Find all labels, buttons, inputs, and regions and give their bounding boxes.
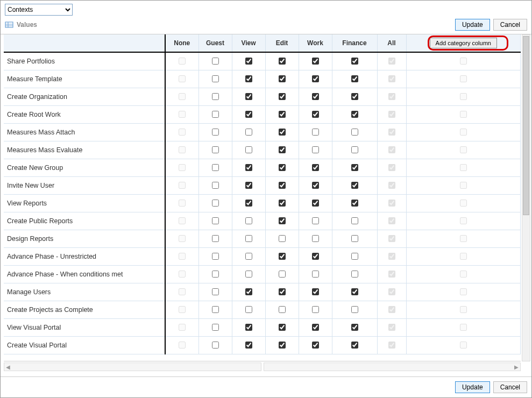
checkbox-guest[interactable] [212,75,219,82]
checkbox-view[interactable] [245,217,252,224]
checkbox-view[interactable] [245,288,252,295]
checkbox-finance[interactable] [351,306,358,313]
checkbox-view[interactable] [245,253,252,260]
checkbox-work[interactable] [312,324,319,331]
checkbox-view[interactable] [245,182,252,189]
cancel-button-bottom[interactable]: Cancel [493,381,527,393]
checkbox-view[interactable] [245,306,252,313]
checkbox-work[interactable] [312,146,319,153]
checkbox-guest[interactable] [212,200,219,207]
checkbox-edit[interactable] [279,58,286,65]
checkbox-view[interactable] [245,271,252,278]
checkbox-finance[interactable] [351,200,358,207]
vertical-scrollbar[interactable] [522,34,530,361]
checkbox-edit[interactable] [279,324,286,331]
checkbox-guest[interactable] [212,271,219,278]
checkbox-view[interactable] [245,342,252,349]
checkbox-edit[interactable] [279,164,286,171]
checkbox-work[interactable] [312,342,319,349]
checkbox-finance[interactable] [351,146,358,153]
checkbox-work[interactable] [312,58,319,65]
checkbox-finance[interactable] [351,288,358,295]
checkbox-guest[interactable] [212,164,219,171]
update-button-top[interactable]: Update [455,19,490,31]
cell-all [377,212,406,230]
checkbox-work[interactable] [312,253,319,260]
checkbox-edit[interactable] [279,271,286,278]
checkbox-view[interactable] [245,111,252,118]
checkbox-edit[interactable] [279,235,286,242]
checkbox-finance[interactable] [351,324,358,331]
checkbox-guest[interactable] [212,129,219,136]
checkbox-work[interactable] [312,93,319,100]
checkbox-view[interactable] [245,200,252,207]
cell-work [299,194,332,212]
checkbox-work[interactable] [312,111,319,118]
checkbox-view[interactable] [245,146,252,153]
checkbox-guest[interactable] [212,253,219,260]
checkbox-extra [460,217,467,224]
checkbox-edit[interactable] [279,182,286,189]
checkbox-work[interactable] [312,288,319,295]
checkbox-guest[interactable] [212,217,219,224]
checkbox-work[interactable] [312,164,319,171]
checkbox-edit[interactable] [279,111,286,118]
checkbox-finance[interactable] [351,75,358,82]
checkbox-view[interactable] [245,75,252,82]
checkbox-guest[interactable] [212,306,219,313]
checkbox-edit[interactable] [279,306,286,313]
checkbox-guest[interactable] [212,324,219,331]
checkbox-edit[interactable] [279,93,286,100]
checkbox-finance[interactable] [351,342,358,349]
checkbox-guest[interactable] [212,111,219,118]
checkbox-guest[interactable] [212,235,219,242]
checkbox-finance[interactable] [351,93,358,100]
checkbox-view[interactable] [245,164,252,171]
update-button-bottom[interactable]: Update [455,381,490,393]
svg-rect-0 [5,22,13,27]
checkbox-guest[interactable] [212,93,219,100]
horizontal-scrollbar[interactable]: ◀ ▶ [4,363,521,371]
chevron-left-icon[interactable]: ◀ [4,363,12,371]
checkbox-view[interactable] [245,129,252,136]
checkbox-work[interactable] [312,75,319,82]
checkbox-view[interactable] [245,93,252,100]
checkbox-view[interactable] [245,235,252,242]
checkbox-edit[interactable] [279,146,286,153]
checkbox-guest[interactable] [212,342,219,349]
checkbox-edit[interactable] [279,288,286,295]
checkbox-edit[interactable] [279,129,286,136]
checkbox-work[interactable] [312,217,319,224]
checkbox-finance[interactable] [351,164,358,171]
checkbox-guest[interactable] [212,182,219,189]
checkbox-work[interactable] [312,129,319,136]
checkbox-finance[interactable] [351,182,358,189]
checkbox-finance[interactable] [351,253,358,260]
checkbox-work[interactable] [312,235,319,242]
checkbox-finance[interactable] [351,217,358,224]
add-category-button[interactable]: Add category column [430,38,497,48]
checkbox-finance[interactable] [351,271,358,278]
checkbox-finance[interactable] [351,111,358,118]
checkbox-work[interactable] [312,200,319,207]
cell-edit [265,159,299,176]
checkbox-work[interactable] [312,271,319,278]
checkbox-finance[interactable] [351,58,358,65]
checkbox-work[interactable] [312,306,319,313]
checkbox-guest[interactable] [212,146,219,153]
checkbox-finance[interactable] [351,235,358,242]
context-dropdown[interactable]: Contexts [5,4,73,16]
checkbox-guest[interactable] [212,58,219,65]
cancel-button-top[interactable]: Cancel [493,19,527,31]
checkbox-edit[interactable] [279,217,286,224]
checkbox-view[interactable] [245,324,252,331]
checkbox-guest[interactable] [212,288,219,295]
checkbox-edit[interactable] [279,200,286,207]
checkbox-edit[interactable] [279,253,286,260]
checkbox-view[interactable] [245,58,252,65]
checkbox-work[interactable] [312,182,319,189]
checkbox-finance[interactable] [351,129,358,136]
checkbox-edit[interactable] [279,75,286,82]
chevron-right-icon[interactable]: ▶ [513,363,520,371]
checkbox-edit[interactable] [279,342,286,349]
